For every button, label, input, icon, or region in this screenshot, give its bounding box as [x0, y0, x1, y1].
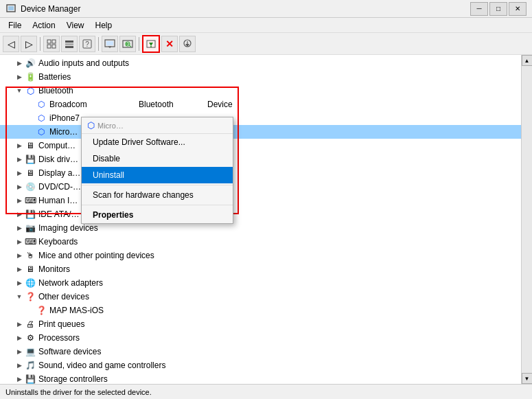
label-dvdcd: DVD/CD-… [38, 182, 81, 192]
tree-item-batteries[interactable]: ▶ 🔋 Batteries [0, 70, 521, 84]
ctx-header-icon: ⬡ [87, 120, 95, 130]
expand-network[interactable]: ▶ [14, 277, 25, 288]
svg-rect-4 [47, 45, 51, 48]
menu-help[interactable]: Help [90, 19, 118, 32]
toolbar-sep3 [139, 37, 139, 51]
svg-rect-5 [52, 45, 56, 48]
vertical-scrollbar[interactable]: ▲ ▼ [521, 55, 532, 384]
ctx-uninstall[interactable]: Uninstall [82, 167, 233, 183]
icon-mapmas: ❓ [36, 305, 47, 316]
ctx-sep1 [82, 185, 233, 185]
toolbar-download-highlighted[interactable] [142, 35, 160, 53]
tree-item-other[interactable]: ▼ ❓ Other devices [0, 290, 521, 304]
close-button[interactable]: ✕ [509, 2, 527, 16]
expand-keyboards[interactable]: ▶ [14, 236, 25, 247]
tree-item-micro[interactable]: ⬡ Micro… [0, 125, 521, 139]
toolbar-grid2[interactable] [61, 36, 78, 52]
expand-storage[interactable]: ▶ [14, 374, 25, 384]
maximize-button[interactable]: □ [489, 2, 507, 16]
expand-bluetooth[interactable]: ▼ [14, 85, 25, 96]
expand-mice[interactable]: ▶ [14, 250, 25, 261]
toolbar: ◁ ▷ ? [0, 33, 532, 55]
tree-item-imaging[interactable]: ▶ 📷 Imaging devices [0, 221, 521, 235]
icon-iphone7: ⬡ [36, 113, 47, 124]
expand-processors[interactable]: ▶ [14, 332, 25, 343]
label-batteries: Batteries [38, 72, 71, 82]
tree-item-storage[interactable]: ▶ 💾 Storage controllers [0, 372, 521, 384]
label-diskdrives: Disk driv… [38, 155, 78, 164]
tree-item-iphone7[interactable]: ⬡ iPhone7 [0, 111, 521, 125]
tree-item-human[interactable]: ▶ ⌨ Human I… [0, 194, 521, 207]
menu-action[interactable]: Action [27, 19, 60, 32]
icon-broadcom: ⬡ [36, 99, 47, 110]
expand-display[interactable]: ▶ [14, 168, 25, 179]
icon-audio: 🔊 [25, 58, 36, 69]
menu-view[interactable]: View [61, 19, 90, 32]
status-text: Uninstalls the driver for the selected d… [5, 388, 152, 396]
toolbar-monitor[interactable] [102, 36, 118, 52]
icon-display: 🖥 [25, 168, 36, 179]
expand-printq[interactable]: ▶ [14, 319, 25, 330]
toolbar-remove[interactable]: ✕ [161, 36, 178, 52]
toolbar-back[interactable]: ◁ [3, 36, 19, 52]
toolbar-sep2 [98, 37, 99, 51]
label-storage: Storage controllers [38, 374, 108, 384]
toolbar-scan[interactable] [119, 36, 136, 52]
ctx-scan-hardware[interactable]: Scan for hardware changes [82, 187, 233, 203]
svg-rect-6 [65, 41, 73, 43]
icon-monitors: 🖥 [25, 264, 36, 275]
tree-item-software[interactable]: ▶ 💻 Software devices [0, 345, 521, 358]
tree-item-dvdcd[interactable]: ▶ 💿 DVD/CD-… [0, 180, 521, 194]
ctx-disable[interactable]: Disable [82, 150, 233, 167]
tree-item-monitors[interactable]: ▶ 🖥 Monitors [0, 262, 521, 276]
toolbar-forward[interactable]: ▷ [21, 36, 37, 52]
ctx-update-driver[interactable]: Update Driver Software... [82, 134, 233, 150]
tree-item-ideata[interactable]: ▶ 💾 IDE ATA/… [0, 207, 521, 221]
minimize-button[interactable]: ─ [470, 2, 488, 16]
window-controls: ─ □ ✕ [470, 2, 527, 16]
tree-item-computer[interactable]: ▶ 🖥 Comput… [0, 139, 521, 152]
expand-sound[interactable]: ▶ [14, 360, 25, 371]
expand-computer[interactable]: ▶ [14, 140, 25, 151]
tree-item-bluetooth[interactable]: ▼ ⬡ Bluetooth [0, 84, 521, 98]
tree-item-audio[interactable]: ▶ 🔊 Audio inputs and outputs [0, 56, 521, 70]
expand-dvdcd[interactable]: ▶ [14, 181, 25, 192]
expand-audio[interactable]: ▶ [14, 58, 25, 69]
device-tree[interactable]: ▶ 🔊 Audio inputs and outputs ▶ 🔋 Batteri… [0, 55, 521, 384]
tree-item-processors[interactable]: ▶ ⚙ Processors [0, 331, 521, 345]
expand-ideata[interactable]: ▶ [14, 209, 25, 220]
menu-bar: File Action View Help [0, 18, 532, 33]
scroll-up-btn[interactable]: ▲ [522, 55, 533, 66]
tree-item-mapmas[interactable]: ❓ MAP MAS-iOS [0, 304, 521, 317]
scroll-down-btn[interactable]: ▼ [522, 373, 533, 384]
label-audio: Audio inputs and outputs [38, 58, 129, 68]
label-human: Human I… [38, 196, 78, 205]
window-title: Device Manager [21, 4, 470, 14]
tree-item-network[interactable]: ▶ 🌐 Network adapters [0, 276, 521, 290]
expand-human[interactable]: ▶ [14, 195, 25, 206]
svg-rect-2 [47, 40, 51, 43]
scroll-track[interactable] [522, 66, 532, 373]
tree-item-diskdrives[interactable]: ▶ 💾 Disk driv… [0, 152, 521, 166]
tree-item-mice[interactable]: ▶ 🖱 Mice and other pointing devices [0, 249, 521, 262]
label-software: Software devices [38, 347, 101, 356]
toolbar-grid1[interactable] [43, 36, 60, 52]
ctx-properties[interactable]: Properties [82, 207, 233, 223]
expand-diskdrives[interactable]: ▶ [14, 154, 25, 165]
expand-monitors[interactable]: ▶ [14, 264, 25, 275]
label-mapmas: MAP MAS-iOS [49, 306, 104, 315]
icon-bluetooth: ⬡ [25, 85, 36, 96]
expand-other[interactable]: ▼ [14, 291, 25, 302]
tree-item-display[interactable]: ▶ 🖥 Display a… [0, 166, 521, 180]
expand-batteries[interactable]: ▶ [14, 71, 25, 82]
tree-item-broadcom[interactable]: ⬡ Broadcom Bluetooth Device [0, 98, 521, 111]
tree-item-printq[interactable]: ▶ 🖨 Print queues [0, 317, 521, 331]
expand-software[interactable]: ▶ [14, 346, 25, 357]
tree-item-keyboards[interactable]: ▶ ⌨ Keyboards [0, 235, 521, 249]
toolbar-arrow-down[interactable] [179, 36, 196, 52]
tree-item-sound[interactable]: ▶ 🎵 Sound, video and game controllers [0, 358, 521, 372]
menu-file[interactable]: File [3, 19, 27, 32]
icon-diskdrives: 💾 [25, 154, 36, 165]
expand-imaging[interactable]: ▶ [14, 223, 25, 233]
toolbar-help[interactable]: ? [79, 36, 95, 52]
